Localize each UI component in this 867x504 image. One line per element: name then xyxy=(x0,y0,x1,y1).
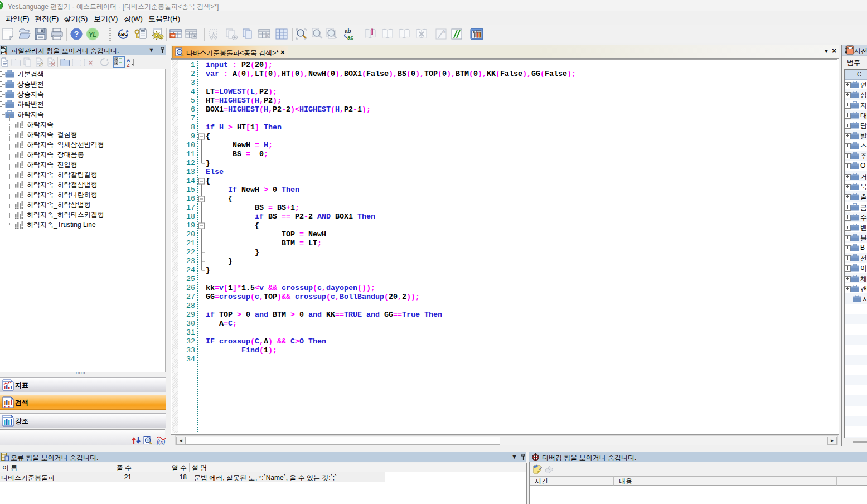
svg-text:YL: YL xyxy=(89,31,96,38)
svg-text:f(x): f(x) xyxy=(157,438,166,445)
svg-text:±: ± xyxy=(443,29,446,34)
svg-text:ab: ab xyxy=(345,28,351,34)
svg-text:ac: ac xyxy=(347,35,354,41)
svg-text:Z: Z xyxy=(127,62,130,67)
svg-text:ABC: ABC xyxy=(118,32,128,37)
svg-text:A: A xyxy=(127,57,130,63)
svg-text:?: ? xyxy=(74,30,79,38)
